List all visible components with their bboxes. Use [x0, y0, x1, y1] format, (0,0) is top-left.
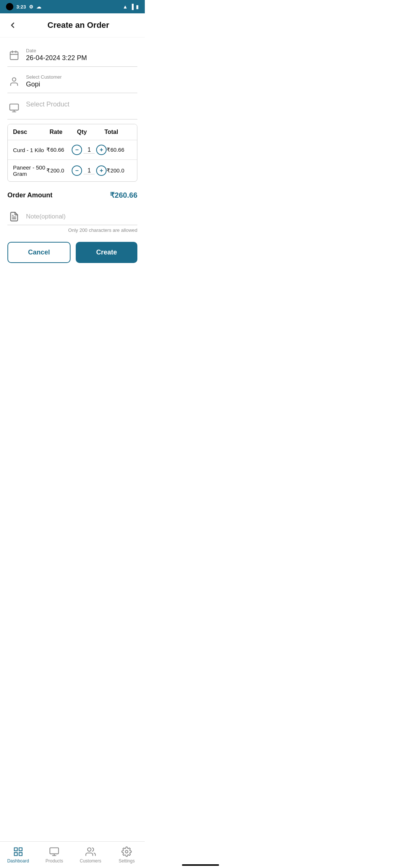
customer-label: Select Customer [26, 74, 137, 80]
item-desc-2: Paneer - 500 Gram [13, 164, 46, 177]
battery-icon: ▮ [136, 4, 139, 10]
date-label: Date [26, 48, 137, 53]
order-amount-value: ₹260.66 [110, 191, 137, 200]
date-value: 26-04-2024 3:22 PM [26, 54, 137, 62]
order-table: Desc Rate Qty Total Curd - 1 Kilo ₹60.66… [7, 124, 137, 182]
page-title: Create an Order [19, 20, 138, 30]
main-content: Date 26-04-2024 3:22 PM Select Customer … [0, 37, 145, 300]
customer-content: Select Customer Gopi [26, 74, 137, 88]
svg-point-4 [12, 78, 16, 81]
customer-value: Gopi [26, 80, 137, 88]
camera-icon [6, 3, 13, 10]
note-placeholder: Note(optional) [26, 213, 66, 220]
col-total: Total [104, 129, 132, 135]
col-desc: Desc [13, 129, 49, 135]
char-limit: Only 200 characters are allowed [7, 227, 137, 233]
product-placeholder: Select Product [26, 101, 137, 108]
qty-decrease-1[interactable]: − [72, 145, 82, 155]
date-content: Date 26-04-2024 3:22 PM [26, 48, 137, 62]
item-qty-2: − + [72, 165, 107, 176]
col-qty: Qty [77, 129, 104, 135]
header: Create an Order [0, 13, 145, 37]
item-total-2: ₹200.0 [107, 167, 132, 174]
svg-rect-5 [10, 104, 18, 110]
item-rate-2: ₹200.0 [46, 167, 72, 174]
status-right: ▲ ▐ ▮ [123, 4, 139, 10]
item-qty-1: − + [72, 145, 107, 155]
customer-field[interactable]: Select Customer Gopi [7, 70, 137, 93]
settings-status-icon: ⚙ [29, 4, 33, 10]
wifi-icon: ▲ [123, 4, 128, 10]
item-rate-1: ₹60.66 [46, 147, 72, 153]
note-field[interactable]: Note(optional) [7, 206, 137, 225]
qty-decrease-2[interactable]: − [72, 165, 82, 176]
qty-input-1[interactable] [84, 147, 95, 154]
svg-rect-0 [10, 52, 18, 60]
table-header: Desc Rate Qty Total [8, 124, 137, 140]
calendar-icon [7, 49, 21, 62]
item-total-1: ₹60.66 [107, 147, 132, 153]
qty-increase-1[interactable]: + [96, 145, 107, 155]
item-desc-1: Curd - 1 Kilo [13, 147, 46, 153]
qty-increase-2[interactable]: + [96, 165, 107, 176]
product-icon [7, 101, 21, 115]
product-field[interactable]: Select Product [7, 96, 137, 119]
cancel-button[interactable]: Cancel [7, 242, 71, 263]
status-time: 3:23 [16, 4, 26, 10]
table-row: Paneer - 500 Gram ₹200.0 − + ₹200.0 [8, 160, 137, 181]
qty-input-2[interactable] [84, 167, 95, 174]
note-icon [7, 210, 21, 223]
back-button[interactable] [7, 19, 19, 31]
person-icon [7, 75, 21, 88]
order-amount-label: Order Amount [7, 191, 52, 199]
status-left: 3:23 ⚙ ☁ [6, 3, 41, 10]
order-amount-row: Order Amount ₹260.66 [7, 188, 137, 206]
cloud-icon: ☁ [36, 4, 41, 10]
col-rate: Rate [49, 129, 77, 135]
date-field[interactable]: Date 26-04-2024 3:22 PM [7, 43, 137, 67]
signal-icon: ▐ [130, 4, 134, 10]
create-button[interactable]: Create [76, 242, 137, 263]
table-row: Curd - 1 Kilo ₹60.66 − + ₹60.66 [8, 140, 137, 160]
status-bar: 3:23 ⚙ ☁ ▲ ▐ ▮ [0, 0, 145, 13]
button-row: Cancel Create [7, 242, 137, 263]
product-content: Select Product [26, 101, 137, 108]
